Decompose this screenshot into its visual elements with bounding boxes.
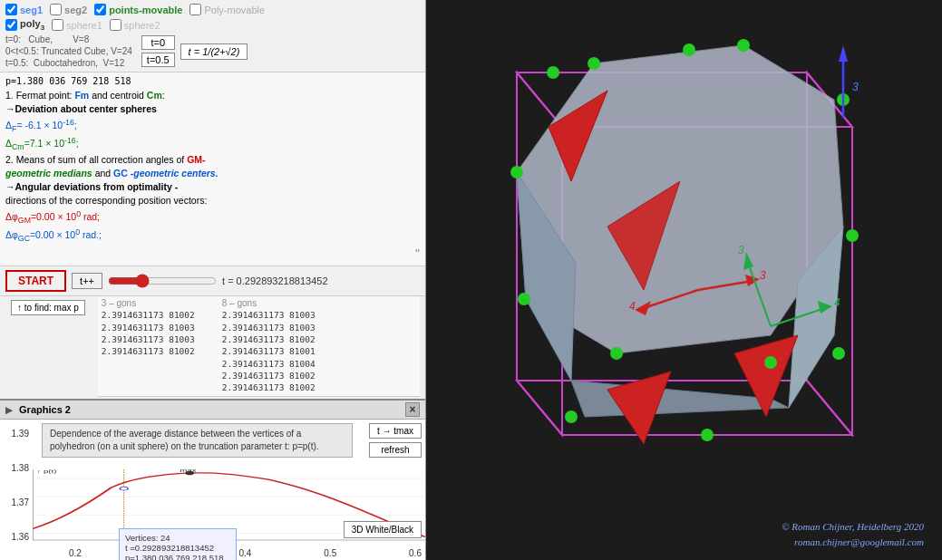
svg-point-30 [518,293,530,305]
svg-text:3: 3 [738,244,744,256]
delta-fm-line: ΔF= -6.1 × 10-16; [5,116,420,134]
p-value-line: p=1.380 036 769 218 518 [5,75,420,89]
svg-text:→ t: → t [411,541,425,542]
seg2-label: seg2 [64,5,87,15]
svg-point-25 [588,57,600,70]
svg-text:4: 4 [834,296,840,309]
refresh-button[interactable]: refresh [369,442,422,458]
sphere2-checkbox[interactable]: sphere2 [110,19,160,31]
3d-viewport: 3 3 4 4 3 © Roman Chijner, Heidelberg 20… [426,0,942,560]
svg-point-35 [701,429,714,441]
poly-movable-checkbox[interactable]: Poly-movable [189,4,265,15]
svg-point-26 [737,39,750,52]
t-slider[interactable] [108,274,217,288]
quote: " [5,245,420,263]
start-button[interactable]: START [5,270,66,292]
t0-info: t=0: Cube, V=8 [5,34,132,44]
find-max-button[interactable]: ↑ to find: max p [11,300,85,315]
svg-point-33 [832,347,845,360]
svg-text:↑ p(t): ↑ p(t) [36,469,57,474]
svg-text:3: 3 [760,269,766,282]
y-axis: 1.39 1.38 1.37 1.36 [0,420,33,561]
svg-point-37 [683,43,695,56]
white-black-button[interactable]: 3D White/Black [344,521,422,538]
copyright: © Roman Chijner, Heidelberg 2020 roman.c… [782,519,924,549]
seg2-checkbox[interactable]: seg2 [50,4,87,15]
svg-text:3: 3 [852,81,859,93]
angular-title: →Angular deviations from optimality - [5,180,420,194]
g2-expand-icon[interactable]: ▶ [5,405,13,415]
svg-text:max: max [180,469,197,473]
poly-checkbox[interactable]: poly3 [5,18,44,32]
sphere1-checkbox[interactable]: sphere1 [52,19,102,31]
svg-point-36 [547,66,559,79]
angular-sub: directions of the corresponding position… [5,194,420,208]
points-movable-label: points-movable [109,5,182,15]
graphics2-title: ▶ Graphics 2 [5,404,71,415]
line2-text: 2. Means of sum of all correction angles… [5,153,420,167]
svg-text:4: 4 [629,300,636,313]
points-movable-checkbox[interactable]: points-movable [94,4,182,15]
seg1-checkbox[interactable]: seg1 [5,4,43,15]
svg-point-29 [510,166,523,179]
svg-point-34 [565,410,578,423]
seg1-label: seg1 [20,5,43,15]
phi-gc-line: ΔφGC=0.00 × 100 rad.; [5,227,420,245]
t-value: t = 0.292893218813452 [222,275,328,286]
col8-data: 8 – gons 2.3914631173 81003 2.3914631173… [222,298,316,393]
t05-button[interactable]: t=0.5 [141,53,175,67]
fermat-line: 1. Fermat point: Fm and centroid Cm: [5,89,420,102]
svg-point-32 [764,356,777,369]
phi-gm-line: ΔφGM=0.00 × 100 rad; [5,208,420,227]
poly-label: poly3 [20,18,44,32]
t0-button[interactable]: t=0 [141,35,175,50]
t05-info: t=0.5: Cuboctahedron, V=12 [5,58,132,68]
tmax-button[interactable]: t → tmax [369,423,422,439]
sphere2-label: sphere2 [124,20,160,31]
svg-point-8 [120,487,128,490]
col3-data: 3 – gons 2.3914631173 81002 2.3914631173… [102,298,195,393]
poly-movable-label: Poly-movable [204,5,265,15]
svg-point-31 [610,347,623,360]
line2b-text: geometric medians and GC -geometric cent… [5,167,420,180]
3d-scene: 3 3 4 4 3 [426,0,942,560]
deviation-title: →Deviation about center spheres [5,102,420,116]
g2-close-button[interactable]: × [405,402,420,417]
svg-point-28 [846,229,859,242]
sphere1-label: sphere1 [66,20,102,31]
x-axis: 0.2 0.3 0.4 0.5 0.6 [65,548,425,558]
formula-box: t = 1/(2+√2) [180,43,248,60]
tpp-button[interactable]: t++ [72,273,102,289]
delta-cm-line: ΔCm=7.1 × 10-16; [5,134,420,152]
t-mid-info: 0<t<0.5: Truncated Cube, V=24 [5,46,132,56]
g2-description: Dependence of the average distance betwe… [42,423,353,458]
